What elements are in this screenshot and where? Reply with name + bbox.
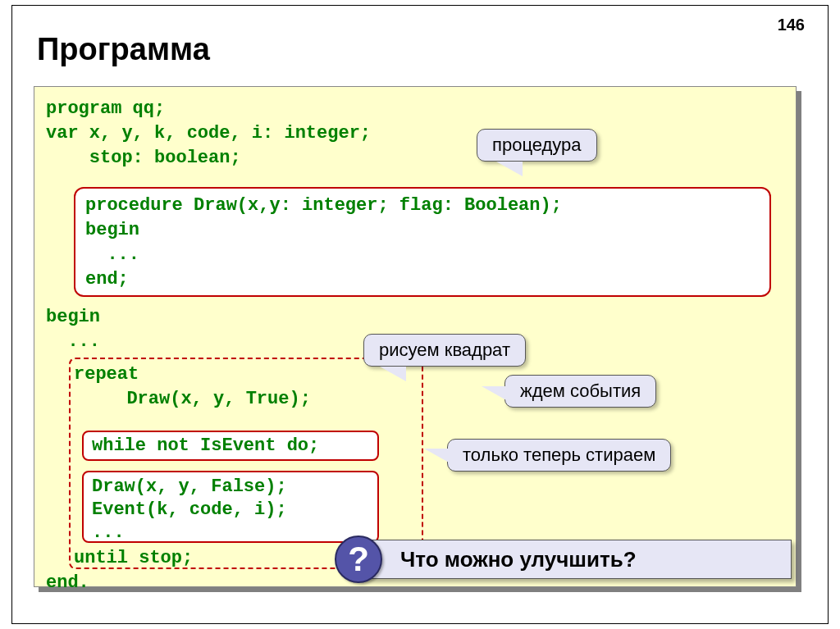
callout-tail — [482, 386, 508, 401]
code-line: procedure Draw(x,y: integer; flag: Boole… — [85, 194, 760, 218]
code-line: begin — [46, 307, 100, 327]
question-text: Что можно улучшить? — [400, 547, 637, 572]
code-line: ... — [92, 522, 369, 545]
code-inset-draw-false: Draw(x, y, False); Event(k, code, i); ..… — [82, 471, 379, 543]
code-line: repeat — [74, 364, 139, 385]
code-line: end; — [85, 267, 760, 292]
code-line: until stop; — [74, 548, 193, 568]
question-box: ? Что можно улучшить? — [357, 540, 792, 579]
code-line: while not IsEvent do; — [92, 435, 319, 456]
callout-tail — [424, 449, 450, 463]
code-line: program qq; — [46, 98, 165, 119]
code-inset-while: while not IsEvent do; — [82, 431, 379, 461]
code-line: Draw(x, y, False); — [92, 476, 369, 499]
procedure-box: procedure Draw(x,y: integer; flag: Boole… — [74, 187, 771, 297]
callout-tail — [380, 367, 406, 381]
slide-title: Программа — [37, 32, 210, 67]
code-line: var x, y, k, code, i: integer; — [46, 123, 371, 144]
code-line: ... — [46, 331, 100, 352]
question-mark-icon: ? — [335, 536, 382, 583]
code-line: begin — [85, 218, 760, 243]
code-line: end. — [46, 572, 89, 593]
code-line: stop: boolean; — [46, 148, 241, 168]
callout-erase-now: только теперь стираем — [447, 439, 671, 472]
code-line: Event(k, code, i); — [92, 499, 369, 522]
callout-draw-square: рисуем квадрат — [363, 334, 526, 367]
slide-frame: 146 Программа program qq; var x, y, k, c… — [11, 5, 829, 624]
callout-tail — [496, 162, 523, 176]
code-line: Draw(x, y, True); — [105, 389, 311, 409]
callout-procedure: процедура — [477, 129, 597, 162]
callout-wait-event: ждем события — [504, 375, 656, 408]
code-line: ... — [85, 243, 760, 267]
page-number: 146 — [778, 16, 805, 34]
